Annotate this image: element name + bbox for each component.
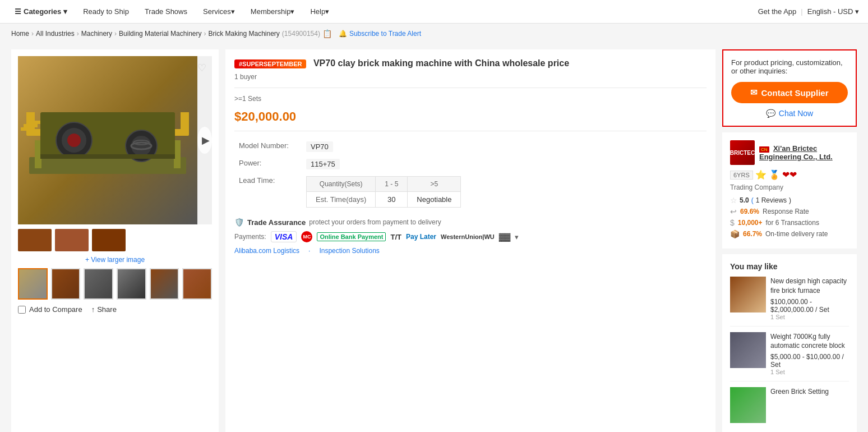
video-play-button[interactable]	[197, 127, 212, 154]
language-selector[interactable]: English - USD ▾	[807, 7, 859, 16]
breadcrumb-category[interactable]: Brick Making Machinery	[208, 30, 279, 38]
brick-samples	[18, 229, 212, 251]
add-to-compare-checkbox[interactable]: Add to Compare	[18, 305, 82, 314]
thumbnail-row	[18, 268, 212, 300]
thumbnail-2[interactable]	[51, 268, 81, 300]
chat-now-button[interactable]: 💬 Chat Now	[731, 109, 848, 118]
like-thumb-3[interactable]	[730, 387, 766, 423]
supplier-logo-row: BRICTEC CN Xi'an Brictec Engineering Co.…	[730, 140, 849, 165]
breadcrumb-machinery[interactable]: Machinery	[81, 30, 112, 38]
breadcrumb-all-industries[interactable]: All Industries	[36, 30, 75, 38]
like-thumb-1[interactable]	[730, 277, 766, 312]
barcode-icon: ▓▓	[499, 232, 510, 241]
like-price-1: $100,000.00 - $2,000,000.00 / Set	[770, 298, 849, 314]
spec-table: Model Number: VP70 Power: 115+75 Lead Ti…	[234, 138, 707, 211]
medal-badge: 🏅	[769, 169, 780, 180]
svg-rect-0	[29, 157, 186, 174]
svg-rect-14	[26, 121, 40, 124]
chevron-help-icon: ▾	[325, 7, 329, 16]
thumbnail-5[interactable]	[150, 268, 179, 300]
thumbnail-3[interactable]	[84, 268, 113, 300]
nav-help[interactable]: Help▾	[304, 0, 335, 24]
like-title-1[interactable]: New design high capacity fire brick furn…	[770, 277, 849, 296]
alibaba-logistics-link[interactable]: Alibaba.com Logistics	[234, 247, 299, 255]
get-app-link[interactable]: Get the App	[758, 7, 797, 16]
qty-header: Quantity(Sets)	[307, 177, 376, 192]
power-label: Power:	[234, 155, 302, 173]
nav-categories[interactable]: ☰ Categories ▾	[9, 0, 73, 24]
breadcrumb-item-id: (154900154)	[282, 30, 320, 38]
days1: 30	[376, 192, 408, 208]
svg-point-9	[67, 134, 81, 147]
nav-services[interactable]: Services▾	[197, 0, 241, 24]
you-may-like-panel: You may like New design high capacity fi…	[722, 254, 857, 432]
supplier-name-link[interactable]: Xi'an Brictec Engineering Co., Ltd.	[759, 144, 833, 161]
contact-supplier-button[interactable]: ✉ Contact Supplier	[731, 82, 848, 103]
chevron-services-icon: ▾	[231, 7, 235, 16]
logistics-row: Alibaba.com Logistics · Inspection Solut…	[234, 247, 707, 255]
thumbnail-4[interactable]	[117, 268, 146, 300]
payment-more-icon[interactable]: ▾	[515, 233, 519, 241]
nav-ready-to-ship[interactable]: Ready to Ship	[77, 0, 135, 24]
thumbnail-6[interactable]	[182, 268, 212, 300]
thumbnail-1[interactable]	[18, 268, 48, 300]
supplier-logo: BRICTEC	[730, 140, 755, 165]
chevron-icon: ▾	[63, 0, 67, 24]
like-title-2[interactable]: Weight 7000Kg fully automatic concrete b…	[770, 332, 849, 351]
top-nav: ☰ Categories ▾ Ready to Ship Trade Shows…	[0, 0, 868, 24]
online-bank-payment-icon: Online Bank Payment	[317, 232, 386, 241]
like-item-2: Weight 7000Kg fully automatic concrete b…	[730, 332, 849, 382]
mastercard-icon: MC	[301, 231, 312, 242]
brick-sample-1	[18, 229, 52, 251]
lead-time-table: Quantity(Sets) 1 - 5 >5 Est. Time(days) …	[306, 176, 461, 208]
main-product-image: ♡	[18, 56, 212, 224]
product-info-panel: #SUPERSEPTEMBER VP70 clay brick making m…	[225, 49, 715, 432]
share-button[interactable]: ↑ Share	[91, 305, 117, 314]
breadcrumb: Home › All Industries › Machinery › Buil…	[0, 24, 868, 44]
wishlist-icon[interactable]: ♡	[197, 62, 206, 74]
compare-input[interactable]	[18, 306, 26, 314]
transactions-label: for 6 Transactions	[766, 219, 819, 227]
reviews-text[interactable]: 1 Reviews	[756, 196, 787, 204]
trade-assurance-icon: 🛡️	[234, 218, 244, 227]
review-count[interactable]: (	[751, 196, 754, 204]
range1-header: 1 - 5	[376, 177, 408, 192]
rating-row: ☆ 5.0 ( 1 Reviews )	[730, 196, 849, 205]
breadcrumb-building-material[interactable]: Building Material Machinery	[119, 30, 201, 38]
share-icon: ↑	[91, 305, 95, 314]
like-thumb-2[interactable]	[730, 332, 766, 368]
delivery-rate-label: On-time delivery rate	[765, 230, 828, 238]
svg-rect-16	[21, 127, 35, 131]
power-value: 115+75	[306, 159, 340, 169]
breadcrumb-home[interactable]: Home	[11, 30, 29, 38]
years-badge: 6YRS	[730, 171, 753, 180]
nav-trade-shows[interactable]: Trade Shows	[139, 0, 193, 24]
like-item-3: Green Brick Setting	[730, 387, 849, 429]
delivery-rate-row: 📦 66.7% On-time delivery rate	[730, 229, 849, 238]
sidebar: For product pricing, customization, or o…	[722, 49, 857, 432]
response-rate-row: ↩ 69.6% Response Rate	[730, 207, 849, 216]
lead-time-label: Lead Time:	[234, 173, 302, 211]
delivery-icon: 📦	[730, 229, 740, 238]
payments-label: Payments:	[234, 233, 266, 241]
view-larger-link[interactable]: + View larger image	[18, 256, 212, 264]
dot-separator: ·	[308, 247, 310, 255]
transactions-row: $ 10,000+ for 6 Transactions	[730, 218, 849, 227]
you-may-like-title: You may like	[730, 262, 849, 271]
rating-value: 5.0	[740, 196, 749, 204]
star-icon: ☆	[730, 196, 737, 205]
supplier-info-box: BRICTEC CN Xi'an Brictec Engineering Co.…	[722, 132, 857, 249]
svg-rect-5	[181, 112, 189, 135]
like-title-3[interactable]: Green Brick Setting	[770, 387, 849, 397]
product-price: $20,000.00	[234, 109, 707, 124]
svg-point-11	[131, 136, 151, 156]
country-flag: CN	[759, 146, 769, 153]
visa-icon: VISA	[271, 231, 297, 242]
time-header: Est. Time(days)	[307, 192, 376, 208]
like-item-1: New design high capacity fire brick furn…	[730, 277, 849, 327]
subscribe-trade-alert[interactable]: 🔔 Subscribe to Trade Alert	[339, 30, 421, 38]
nav-membership[interactable]: Membership▾	[245, 0, 301, 24]
response-icon: ↩	[730, 207, 737, 216]
inspection-solutions-link[interactable]: Inspection Solutions	[319, 247, 379, 255]
divider-1	[234, 88, 707, 88]
